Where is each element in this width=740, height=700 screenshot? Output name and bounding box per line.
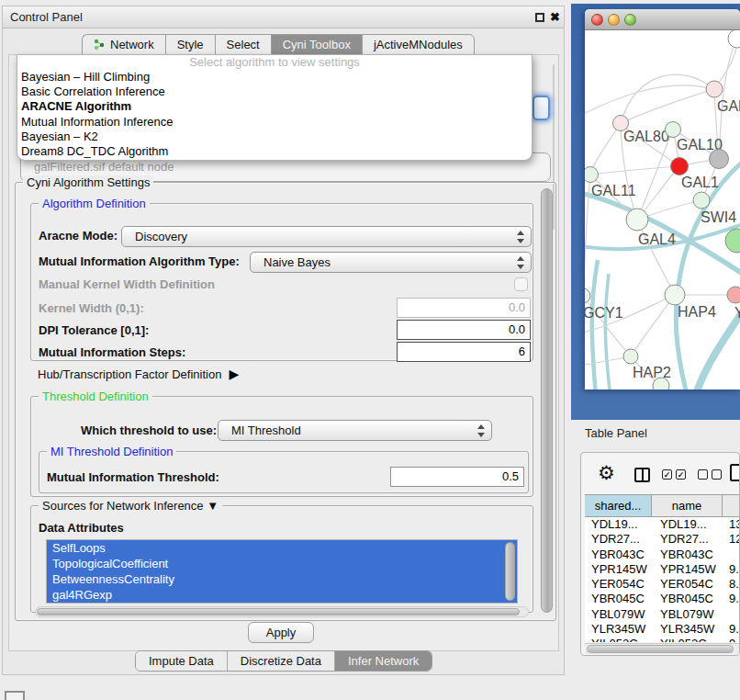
settings-vertical-scrollbar[interactable] xyxy=(541,188,553,613)
network-node[interactable] xyxy=(706,81,723,97)
network-window-titlebar[interactable] xyxy=(585,9,740,30)
combo-stepper-icon xyxy=(477,424,485,437)
hub-definition-label: Hub/Transcription Factor Definition xyxy=(38,367,221,381)
table-row[interactable]: YER054CYER054C8. xyxy=(585,577,740,592)
network-node[interactable] xyxy=(585,167,599,183)
network-node[interactable] xyxy=(665,285,685,305)
cyni-algorithm-settings-group: Cyni Algorithm Settings Algorithm Defini… xyxy=(15,182,556,621)
mi-threshold-input[interactable]: 0.5 xyxy=(390,467,524,487)
table-horizontal-scrollbar[interactable] xyxy=(585,643,740,654)
data-attributes-list: SelfLoopsTopologicalCoefficientBetweenne… xyxy=(46,539,518,604)
network-node[interactable] xyxy=(693,192,710,209)
aracne-mode-combobox[interactable]: Discovery xyxy=(121,226,532,247)
horizontal-scrollbar-thumb[interactable] xyxy=(37,608,520,615)
tab-network[interactable]: Network xyxy=(82,34,165,55)
tab-discretize-data[interactable]: Discretize Data xyxy=(228,651,335,671)
list-vertical-scrollbar[interactable] xyxy=(505,542,515,601)
algorithm-combo-stepper[interactable] xyxy=(533,96,550,120)
horizontal-scrollbar[interactable] xyxy=(35,606,529,617)
network-node[interactable] xyxy=(727,287,740,303)
zoom-traffic-light[interactable] xyxy=(624,14,636,26)
network-node[interactable] xyxy=(728,30,740,48)
table-row[interactable]: YIL052CYIL052C9 xyxy=(585,637,740,642)
algorithm-option[interactable]: Mutual Information Inference xyxy=(17,115,532,130)
which-threshold-combobox[interactable]: MI Threshold xyxy=(218,420,492,441)
bottom-tabbar: Impute Data Discretize Data Infer Networ… xyxy=(135,650,432,672)
network-node[interactable] xyxy=(710,150,729,169)
attribute-list-item[interactable]: gal4RGexp xyxy=(47,587,517,603)
unchecked-checkbox-icon[interactable] xyxy=(698,469,708,480)
table-scrollbar-thumb[interactable] xyxy=(587,645,734,653)
network-node[interactable] xyxy=(671,158,689,175)
tab-select[interactable]: Select xyxy=(215,34,271,55)
combo-stepper-icon xyxy=(516,231,524,243)
tab-infer-network[interactable]: Infer Network xyxy=(335,651,432,671)
collapse-arrow-icon[interactable]: ▼ xyxy=(207,499,219,513)
manual-kernel-checkbox[interactable] xyxy=(514,277,528,291)
column-header-shared[interactable]: shared... xyxy=(585,495,652,516)
minimize-traffic-light[interactable] xyxy=(608,14,620,26)
algorithm-definition-title: Algorithm Definition xyxy=(39,197,150,210)
checked-checkbox-icon[interactable]: ✓ xyxy=(676,469,686,480)
tab-cyni-toolbox[interactable]: Cyni Toolbox xyxy=(271,34,362,55)
split-panel-icon[interactable] xyxy=(634,468,650,482)
table-row[interactable]: YBL079WYBL079W xyxy=(585,607,740,622)
float-window-icon[interactable] xyxy=(535,13,544,22)
attribute-list-item[interactable]: SelfLoops xyxy=(47,540,517,556)
algorithm-definition-group: Algorithm Definition Aracne Mode: Discov… xyxy=(30,203,533,361)
table-row[interactable]: YDL19...YDL19...13 xyxy=(585,517,740,532)
hub-definition-expander[interactable]: Hub/Transcription Factor Definition▶ xyxy=(38,367,239,381)
attribute-list-item[interactable]: BetweennessCentrality xyxy=(47,571,517,587)
table-row[interactable]: YBR045CYBR045C9. xyxy=(585,592,740,606)
table-row[interactable]: YLR345WYLR345W9. xyxy=(585,622,740,637)
mi-steps-input[interactable]: 6 xyxy=(397,342,531,362)
network-node[interactable] xyxy=(653,378,669,390)
network-edge xyxy=(590,123,621,175)
dock-panel-icon[interactable] xyxy=(5,691,25,700)
apply-button[interactable]: Apply xyxy=(248,622,314,643)
algorithm-option[interactable]: Basic Correlation Inference xyxy=(17,85,532,99)
table-cell: YDR27... xyxy=(652,532,723,547)
tab-jactivemnodules[interactable]: jActiveMNodules xyxy=(362,34,475,55)
network-edge xyxy=(631,295,675,356)
algorithm-option[interactable]: Bayesian – K2 xyxy=(17,130,532,144)
algorithm-option[interactable]: Dream8 DC_TDC Algorithm xyxy=(17,144,532,159)
close-icon[interactable]: ✖ xyxy=(550,9,560,26)
table-cell: YDL19... xyxy=(585,517,652,532)
tab-style[interactable]: Style xyxy=(165,34,215,55)
attribute-list-item[interactable]: TopologicalCoefficient xyxy=(47,556,517,571)
gear-icon[interactable]: ⚙ xyxy=(598,462,615,484)
sources-title-text: Sources for Network Inference xyxy=(42,499,204,513)
checked-checkbox-icon[interactable]: ✓ xyxy=(662,469,672,480)
algorithm-option[interactable]: Bayesian – Hill Climbing xyxy=(17,70,532,85)
table-row[interactable]: YBR043CYBR043C xyxy=(585,548,740,562)
network-node[interactable] xyxy=(666,122,681,138)
kernel-width-input[interactable]: 0.0 xyxy=(397,298,531,318)
tab-impute-data[interactable]: Impute Data xyxy=(136,651,228,671)
table-row[interactable]: YDR27...YDR27...12 xyxy=(585,532,740,547)
network-node[interactable] xyxy=(725,229,740,253)
column-header-partial[interactable] xyxy=(723,495,740,516)
table-cell: YIL052C xyxy=(585,637,652,642)
table-cell xyxy=(723,607,740,622)
mi-type-value: Naive Bayes xyxy=(263,255,331,269)
network-node-label: HAP2 xyxy=(633,365,671,380)
network-node[interactable] xyxy=(585,288,590,303)
column-header-name[interactable]: name xyxy=(652,495,723,516)
unchecked-checkbox-icon[interactable] xyxy=(712,469,722,480)
mi-type-combobox[interactable]: Naive Bayes xyxy=(250,252,532,273)
document-icon[interactable] xyxy=(730,464,740,481)
dpi-tolerance-input[interactable]: 0.0 xyxy=(397,320,531,340)
algorithm-option[interactable]: ARACNE Algorithm xyxy=(17,99,532,114)
close-traffic-light[interactable] xyxy=(591,14,603,26)
network-canvas[interactable]: GALGAL80GAL10GAL1GAL11SWI4GAL4GCY1HAP4YH… xyxy=(585,30,740,390)
table-cell: 9. xyxy=(723,622,740,637)
combo-stepper-icon xyxy=(516,256,524,269)
aracne-mode-label: Aracne Mode: xyxy=(39,229,118,243)
network-node[interactable] xyxy=(623,349,638,364)
network-node-label: GCY1 xyxy=(585,305,623,321)
threshold-definition-group: Threshold Definition Which threshold to … xyxy=(30,396,533,497)
mi-steps-label: Mutual Information Steps: xyxy=(39,345,185,359)
network-node[interactable] xyxy=(626,209,648,231)
table-row[interactable]: YPR145WYPR145W9. xyxy=(585,562,740,577)
